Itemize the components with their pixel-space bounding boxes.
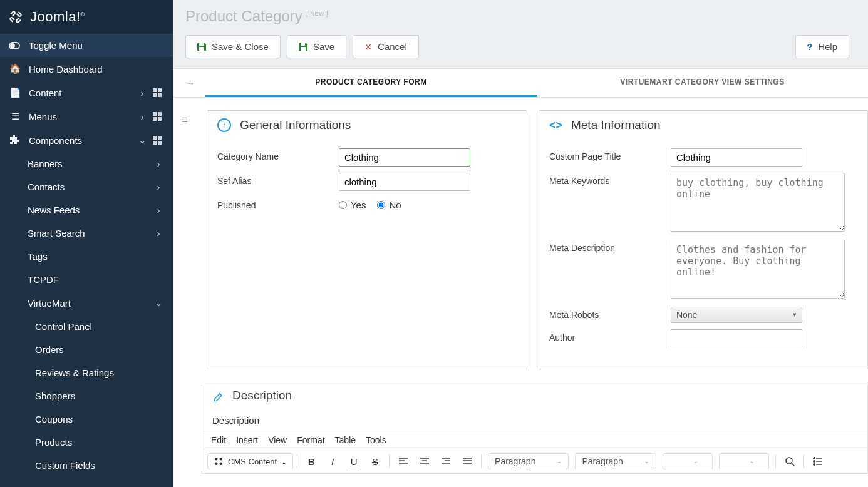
published-yes-radio[interactable]	[339, 201, 347, 209]
author-input[interactable]	[671, 329, 802, 347]
cms-content-dropdown[interactable]: CMS Content ⌄	[207, 453, 293, 469]
sidebar-item-tags[interactable]: Tags	[0, 245, 173, 268]
italic-button[interactable]: I	[323, 452, 343, 471]
chevron-right-icon: ›	[137, 111, 148, 122]
label-published: Published	[217, 197, 339, 210]
tab-collapse-button[interactable]: →	[179, 72, 202, 95]
sidebar-item-control-panel[interactable]: Control Panel	[0, 315, 173, 338]
bullet-list-button[interactable]	[808, 452, 828, 471]
sidebar-item-coupons[interactable]: Coupons	[0, 408, 173, 431]
editor-toolbar: CMS Content ⌄ B I U S	[202, 449, 867, 473]
sidebar-item-virtuemart[interactable]: VirtueMart ⌄	[0, 291, 173, 315]
align-right-button[interactable]	[436, 452, 456, 471]
sidebar-item-label: Shoppers	[35, 391, 164, 401]
editor-menu-format[interactable]: Format	[297, 435, 324, 445]
sidebar-item-orders[interactable]: Orders	[0, 338, 173, 361]
svg-rect-7	[158, 112, 162, 116]
sidebar-item-content[interactable]: 📄 Content ›	[0, 81, 173, 105]
underline-button[interactable]: U	[344, 452, 364, 471]
toggle-menu[interactable]: Toggle Menu	[0, 34, 173, 57]
editor-menu-view[interactable]: View	[268, 435, 287, 445]
svg-rect-12	[153, 141, 157, 145]
chevron-down-icon: ⌄	[281, 457, 287, 466]
grid-icon[interactable]	[153, 136, 164, 145]
sidebar-item-label: Smart Search	[28, 228, 153, 238]
sef-alias-input[interactable]	[339, 173, 470, 191]
sidebar-item-components[interactable]: Components ⌄	[0, 128, 173, 152]
save-button[interactable]: Save	[287, 35, 346, 58]
grid-icon[interactable]	[153, 112, 164, 121]
help-button[interactable]: ? Help	[795, 35, 849, 58]
button-label: Save & Close	[212, 41, 269, 52]
editor-menu-edit[interactable]: Edit	[211, 435, 226, 445]
published-yes-label: Yes	[351, 200, 366, 210]
tab-product-category-form[interactable]: PRODUCT CATEGORY FORM	[205, 69, 537, 97]
button-label: Cancel	[378, 41, 407, 52]
meta-keywords-textarea[interactable]: buy clothing, buy clothing online	[671, 173, 845, 232]
paragraph-format-dropdown[interactable]: Paragraph ⌄	[575, 453, 656, 469]
editor-menu-insert[interactable]: Insert	[236, 435, 258, 445]
strikethrough-button[interactable]: S	[365, 452, 385, 471]
drag-icon[interactable]: ≡	[182, 114, 188, 126]
sidebar-item-label: Home Dashboard	[29, 64, 164, 74]
meta-description-textarea[interactable]: Clothes and fashion for everyone. Buy cl…	[671, 240, 845, 299]
svg-rect-3	[158, 88, 162, 92]
sidebar-item-banners[interactable]: Banners ›	[0, 152, 173, 175]
font-size-dropdown[interactable]: ⌄	[719, 453, 769, 469]
sidebar-item-label: Content	[29, 88, 137, 98]
chevron-right-icon: ›	[153, 228, 164, 238]
svg-point-15	[220, 458, 223, 461]
sidebar-item-label: Custom Fields	[35, 460, 164, 471]
editor-menu-tools[interactable]: Tools	[366, 435, 386, 445]
sidebar-item-products[interactable]: Products	[0, 431, 173, 454]
sidebar-item-reviews[interactable]: Reviews & Ratings	[0, 361, 173, 384]
category-name-input[interactable]	[339, 148, 470, 167]
bold-button[interactable]: B	[301, 452, 321, 471]
sidebar-item-label: TCPDF	[28, 274, 164, 285]
dropdown-label: Paragraph	[495, 456, 535, 466]
cancel-button[interactable]: ✕ Cancel	[353, 35, 419, 58]
sidebar-item-menus[interactable]: ☰ Menus ›	[0, 105, 173, 128]
chevron-down-icon: ⌄	[750, 458, 755, 464]
editor-menubar: Edit Insert View Format Table Tools	[202, 431, 867, 449]
grid-icon[interactable]	[153, 88, 164, 97]
tab-category-view-settings[interactable]: VIRTUEMART CATEGORY VIEW SETTINGS	[537, 69, 868, 97]
editor-menu-table[interactable]: Table	[335, 435, 356, 445]
sidebar-item-tcpdf[interactable]: TCPDF	[0, 268, 173, 291]
panel-title: General Informations	[240, 118, 351, 132]
sidebar-item-home[interactable]: 🏠 Home Dashboard	[0, 57, 173, 81]
sidebar-item-label: Components	[29, 135, 137, 146]
sidebar-item-label: Reviews & Ratings	[35, 367, 164, 378]
chevron-down-icon: ⌄	[153, 297, 164, 309]
button-label: Help	[818, 41, 837, 52]
save-close-button[interactable]: Save & Close	[185, 35, 281, 58]
label-author: Author	[549, 329, 671, 342]
align-justify-button[interactable]	[457, 452, 477, 471]
dropdown-label	[726, 456, 728, 466]
find-button[interactable]	[780, 452, 800, 471]
save-icon	[299, 43, 307, 51]
chevron-right-icon: ›	[153, 205, 164, 215]
home-icon: 🏠	[9, 63, 21, 74]
help-icon: ?	[807, 42, 813, 52]
chevron-right-icon: ›	[153, 182, 164, 192]
puzzle-icon	[9, 135, 21, 145]
font-family-dropdown[interactable]: ⌄	[663, 453, 713, 469]
align-center-button[interactable]	[415, 452, 435, 471]
svg-point-30	[786, 458, 792, 464]
sidebar-item-shoppers[interactable]: Shoppers	[0, 384, 173, 408]
sidebar-item-smartsearch[interactable]: Smart Search ›	[0, 222, 173, 245]
published-no-radio[interactable]	[377, 201, 385, 209]
paragraph-style-dropdown[interactable]: Paragraph ⌄	[488, 453, 569, 469]
svg-rect-2	[153, 88, 157, 92]
chevron-right-icon: ›	[153, 158, 164, 169]
main: Product Category [ NEW ] Save & Close Sa…	[173, 0, 868, 487]
label-meta-keywords: Meta Keywords	[549, 173, 671, 186]
meta-robots-select[interactable]: None	[671, 307, 802, 323]
align-left-button[interactable]	[393, 452, 413, 471]
svg-point-17	[220, 463, 223, 466]
sidebar-item-newsfeeds[interactable]: News Feeds ›	[0, 198, 173, 222]
sidebar-item-contacts[interactable]: Contacts ›	[0, 175, 173, 198]
sidebar-item-custom-fields[interactable]: Custom Fields	[0, 454, 173, 477]
custom-page-title-input[interactable]	[671, 148, 802, 167]
